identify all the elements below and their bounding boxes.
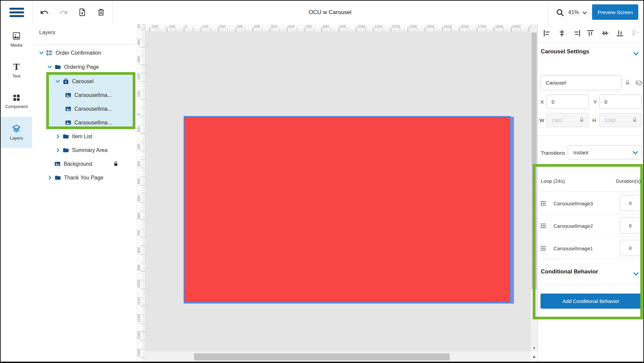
ruler-tick — [140, 116, 145, 116]
layer-name-input[interactable] — [540, 75, 622, 90]
chevron-right-icon[interactable] — [55, 134, 61, 139]
ruler-tick — [304, 27, 305, 32]
ruler-label: 1000 — [137, 280, 141, 288]
ruler-label: 1200 — [137, 314, 141, 322]
vertical-scrollbar-thumb[interactable] — [531, 33, 537, 289]
ruler-label: 1100 — [374, 24, 382, 29]
carousel-icon — [63, 78, 69, 85]
ruler-tick — [140, 202, 145, 203]
divider — [535, 237, 640, 237]
lock-icon[interactable] — [113, 161, 119, 167]
layer-row-thank-you-page[interactable]: Thank You Page — [47, 171, 103, 185]
ruler-label: -400 — [137, 39, 141, 46]
transitions-label: Transitions — [541, 150, 565, 156]
folder-icon — [63, 133, 69, 140]
layer-label: Background — [64, 161, 92, 167]
folder-icon — [63, 147, 69, 153]
duration-input[interactable] — [620, 195, 641, 211]
sidebar-item-component[interactable]: Component — [1, 86, 32, 117]
align-center-vertical-icon[interactable] — [601, 29, 609, 37]
ruler-label: 500 — [271, 24, 277, 29]
layer-row-carousel[interactable]: Carousel — [55, 74, 93, 88]
layer-label: Ordering Page — [64, 64, 99, 70]
undo-icon[interactable] — [40, 8, 49, 17]
drag-handle-icon[interactable] — [540, 200, 546, 206]
collapse-chevron-icon[interactable] — [633, 270, 639, 277]
lock-icon[interactable] — [632, 117, 638, 123]
ruler-tick — [184, 27, 184, 32]
lock-icon[interactable] — [579, 117, 585, 123]
ruler-tick — [140, 185, 145, 186]
ruler-tick — [528, 27, 528, 32]
zoom-level[interactable]: 41% — [568, 1, 579, 24]
align-left-icon[interactable] — [543, 29, 551, 37]
sidebar-item-layers[interactable]: Layers — [1, 117, 32, 148]
ruler-label: 1400 — [137, 349, 141, 357]
ruler-label: 200 — [219, 24, 226, 29]
ruler-label: 1400 — [426, 24, 434, 29]
layer-row-ordering-page[interactable]: Ordering Page — [47, 60, 99, 74]
y-input[interactable] — [599, 95, 642, 109]
add-conditional-behavior-button[interactable]: Add Conditional Behavior — [540, 294, 641, 309]
search-icon[interactable] — [556, 8, 565, 17]
sidebar-item-media[interactable]: Media — [1, 24, 32, 55]
horizontal-scrollbar-thumb[interactable] — [194, 353, 450, 360]
lock-icon[interactable] — [624, 79, 631, 86]
select-chevron-down-icon[interactable] — [632, 149, 639, 156]
ruler-label: 600 — [137, 213, 141, 219]
align-center-horizontal-icon[interactable] — [558, 29, 566, 37]
carousel-object-selected[interactable] — [184, 116, 511, 303]
layer-row-background[interactable]: Background — [54, 157, 119, 171]
chevron-down-icon[interactable] — [55, 79, 61, 84]
align-right-icon[interactable] — [573, 29, 581, 37]
page-title: OCU w Carousel — [112, 1, 548, 24]
drag-handle-icon[interactable] — [540, 223, 546, 229]
layers-panel-title: Layers — [39, 30, 55, 36]
duration-input[interactable] — [620, 240, 641, 256]
ruler-label: 600 — [288, 24, 294, 29]
layer-row-item-list[interactable]: Item List — [55, 129, 92, 143]
layer-label: Summary Area — [72, 147, 108, 153]
divider — [535, 284, 640, 284]
distribute-icon[interactable] — [631, 29, 639, 37]
text-icon: T — [13, 62, 20, 71]
sidebar-item-text[interactable]: T Text — [1, 55, 32, 86]
ruler-label: -100 — [168, 24, 175, 29]
layer-row-carousel-image[interactable]: CarsouselIma... — [63, 88, 112, 102]
layer-row-order-confirmation[interactable]: Order Confirmation — [39, 46, 101, 60]
divider — [535, 214, 640, 214]
scroll-right-arrow-icon[interactable]: ▶ — [531, 351, 537, 362]
ruler-tick — [140, 151, 145, 151]
ruler-label: 1800 — [495, 24, 503, 29]
eye-off-icon[interactable] — [635, 79, 643, 87]
image-icon — [65, 92, 71, 98]
redo-icon[interactable] — [59, 8, 68, 17]
drag-handle-icon[interactable] — [540, 245, 546, 251]
ruler-tick — [140, 219, 145, 220]
ruler-label: 400 — [137, 178, 141, 184]
duration-input[interactable] — [620, 217, 641, 234]
toolbar-divider — [548, 1, 548, 24]
layer-row-summary-area[interactable]: Summary Area — [55, 143, 108, 157]
ruler-tick — [407, 27, 408, 32]
chevron-down-icon[interactable] — [47, 64, 53, 70]
new-document-icon[interactable] — [78, 8, 87, 17]
zoom-chevron-down-icon[interactable] — [582, 10, 588, 16]
scroll-down-arrow-icon[interactable]: ▼ — [531, 345, 537, 351]
align-bottom-icon[interactable] — [616, 29, 624, 37]
layer-row-carousel-image[interactable]: CarsouselIma... — [63, 102, 112, 116]
ruler-label: 1100 — [137, 297, 141, 305]
chevron-right-icon[interactable] — [47, 175, 53, 180]
layer-row-carousel-image[interactable]: CarsouselIma... — [63, 116, 112, 129]
trash-icon[interactable] — [96, 8, 106, 17]
ruler-tick — [140, 254, 145, 254]
x-input[interactable] — [546, 95, 589, 109]
hamburger-menu-icon[interactable] — [9, 8, 24, 17]
chevron-down-icon[interactable] — [39, 50, 44, 56]
preview-screen-button[interactable]: Preview Screen — [592, 4, 638, 20]
align-top-icon[interactable] — [586, 29, 594, 37]
transitions-select[interactable]: Instant — [568, 145, 642, 159]
component-icon — [12, 94, 20, 102]
chevron-right-icon[interactable] — [55, 147, 61, 153]
collapse-chevron-icon[interactable] — [633, 50, 639, 57]
